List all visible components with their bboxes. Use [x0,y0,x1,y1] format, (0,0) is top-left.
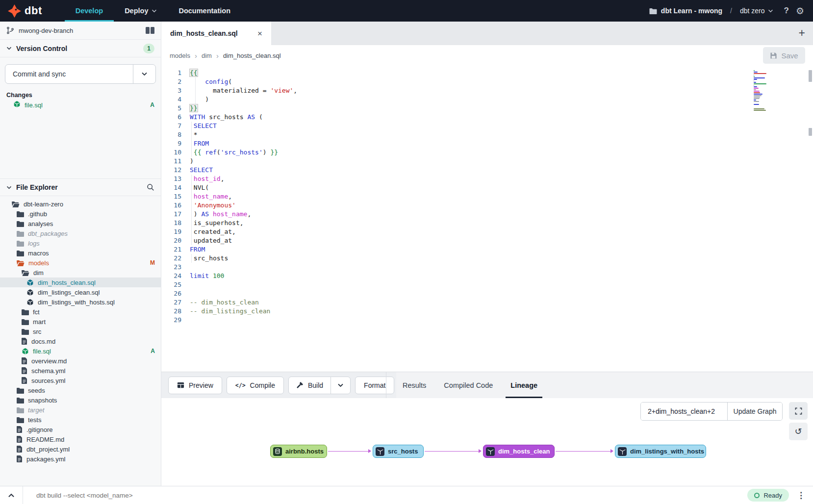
build-options-button[interactable] [330,377,350,394]
save-button[interactable]: Save [763,47,805,64]
tree-item-src[interactable]: src [0,327,161,336]
search-icon[interactable] [147,183,154,191]
tree-item-target[interactable]: target [0,405,161,415]
menu-develop[interactable]: Develop [65,0,114,22]
breadcrumb-item[interactable]: models [170,52,190,59]
tree-item-readme-md[interactable]: README.md [0,434,161,444]
tree-item-dim-listings-clean-sql[interactable]: dim_listings_clean.sql [0,287,161,297]
lineage-node-dim-hosts-clean[interactable]: dim_hosts_clean [483,445,555,458]
update-graph-button[interactable]: Update Graph [727,403,782,420]
account-switcher[interactable]: dbt Learn - mwong [649,7,722,15]
lineage-node-dim-listings-with-hosts[interactable]: dim_listings_with_hosts [615,445,706,458]
code-line[interactable]: 10 {{ ref('src_hosts') }} [161,148,813,157]
code-line[interactable]: 4 ) [161,95,813,104]
code-line[interactable]: 13 host_id, [161,175,813,183]
code-line[interactable]: 8 * [161,130,813,139]
gear-icon[interactable]: ⚙ [796,5,804,17]
code-line[interactable]: 12SELECT [161,166,813,175]
code-line[interactable]: 11) [161,157,813,166]
code-line[interactable]: 26 [161,289,813,298]
lineage-filter-input[interactable] [641,403,727,420]
tree-item-logs[interactable]: logs [0,238,161,248]
help-icon[interactable]: ? [784,6,789,16]
file-explorer-header[interactable]: File Explorer [0,178,161,196]
code-line[interactable]: 6WITH src_hosts AS ( [161,113,813,122]
tab-compiled-code[interactable]: Compiled Code [443,372,494,398]
lineage-canvas[interactable]: Update Graph ↺ airbnb.hostssrc_hostsdim_… [161,398,813,486]
tree-item-macros[interactable]: macros [0,248,161,258]
preview-button[interactable]: Preview [168,377,222,394]
code-line[interactable]: 3 materialized = 'view', [161,86,813,95]
code-line[interactable]: 28-- dim_listings_clean [161,307,813,316]
code-line[interactable]: 9 FROM [161,139,813,148]
code-line[interactable]: 1{{ [161,69,813,77]
commit-and-sync-button[interactable]: Commit and sync [5,65,133,83]
changed-file-item[interactable]: file.sqlA [0,100,161,110]
code-line[interactable]: 22 src_hosts [161,254,813,263]
reset-view-button[interactable]: ↺ [789,423,808,440]
format-button[interactable]: Format [355,377,394,394]
tree-item-docs-md[interactable]: docs.md [0,336,161,346]
tree-item-analyses[interactable]: analyses [0,219,161,228]
status-badge[interactable]: Ready [747,489,789,502]
kebab-menu-icon[interactable]: ⋮ [797,490,805,501]
lineage-node-src-hosts[interactable]: src_hosts [373,445,424,458]
tree-item-sources-yml[interactable]: sources.yml [0,376,161,385]
dbt-command-input[interactable] [23,492,747,499]
lineage-node-airbnb-hosts[interactable]: airbnb.hosts [270,445,327,458]
code-line[interactable]: 16 'Anonymous' [161,201,813,210]
tab-lineage[interactable]: Lineage [509,372,538,398]
build-button[interactable]: Build [289,377,330,394]
tree-item-dbt-packages[interactable]: dbt_packages [0,228,161,238]
tree-item--gitignore[interactable]: .gitignore [0,425,161,434]
tab-dim-hosts-clean[interactable]: dim_hosts_clean.sql × [161,22,271,45]
tab-results[interactable]: Results [402,372,427,398]
menu-documentation[interactable]: Documentation [168,0,241,22]
tree-item-dbt-learn-zero[interactable]: dbt-learn-zero [0,199,161,209]
code-line[interactable]: 2 config( [161,77,813,86]
commit-options-button[interactable] [133,65,155,83]
tree-item-dim[interactable]: dim [0,268,161,277]
tree-item-packages-yml[interactable]: packages.yml [0,454,161,464]
code-line[interactable]: 18 is_superhost, [161,219,813,227]
close-icon[interactable]: × [257,29,262,38]
tree-item-overview-md[interactable]: overview.md [0,356,161,366]
code-line[interactable]: 7 SELECT [161,122,813,130]
code-line[interactable]: 14 NVL( [161,183,813,192]
tree-item-seeds[interactable]: seeds [0,385,161,395]
project-switcher[interactable]: dbt zero [740,7,773,15]
tree-item--github[interactable]: .github [0,209,161,219]
dbt-logo[interactable]: dbt [8,0,42,22]
code-line[interactable]: 25 [161,280,813,289]
code-line[interactable]: 19 created_at, [161,227,813,236]
code-line[interactable]: 20 updated_at [161,236,813,245]
compile-button[interactable]: </> Compile [227,377,284,394]
breadcrumb-item[interactable]: dim [202,52,212,59]
new-tab-button[interactable]: + [799,26,805,40]
code-line[interactable]: 27-- dim_hosts_clean [161,298,813,307]
tree-item-tests[interactable]: tests [0,415,161,425]
fullscreen-button[interactable] [789,402,808,420]
tree-item-schema-yml[interactable]: schema.yml [0,366,161,376]
tree-item-models[interactable]: modelsM [0,258,161,268]
branch-row[interactable]: mwong-dev-branch [0,22,161,40]
tree-item-dim-hosts-clean-sql[interactable]: dim_hosts_clean.sql [0,277,161,287]
expand-runner-button[interactable] [0,493,23,498]
code-line[interactable]: 24limit 100 [161,272,813,280]
version-control-header[interactable]: Version Control 1 [0,40,161,57]
breadcrumb-item[interactable]: dim_hosts_clean.sql [223,52,281,59]
code-line[interactable]: 17 ) AS host_name, [161,210,813,219]
tree-item-fct[interactable]: fct [0,307,161,317]
code-line[interactable]: 21FROM [161,245,813,254]
code-line[interactable]: 15 host_name, [161,192,813,201]
code-line[interactable]: 5}} [161,104,813,113]
open-docs-icon[interactable] [146,27,154,34]
code-line[interactable]: 23 [161,263,813,272]
tree-item-dbt-project-yml[interactable]: dbt_project.yml [0,444,161,454]
menu-deploy[interactable]: Deploy [114,0,168,22]
tree-item-file-sql[interactable]: file.sqlA [0,346,161,356]
code-editor[interactable]: 1{{2 config(3 materialized = 'view',4 )5… [161,66,813,372]
code-line[interactable]: 29 [161,316,813,325]
tree-item-mart[interactable]: mart [0,317,161,327]
tree-item-dim-listings-with-hosts-sql[interactable]: dim_listings_with_hosts.sql [0,297,161,307]
